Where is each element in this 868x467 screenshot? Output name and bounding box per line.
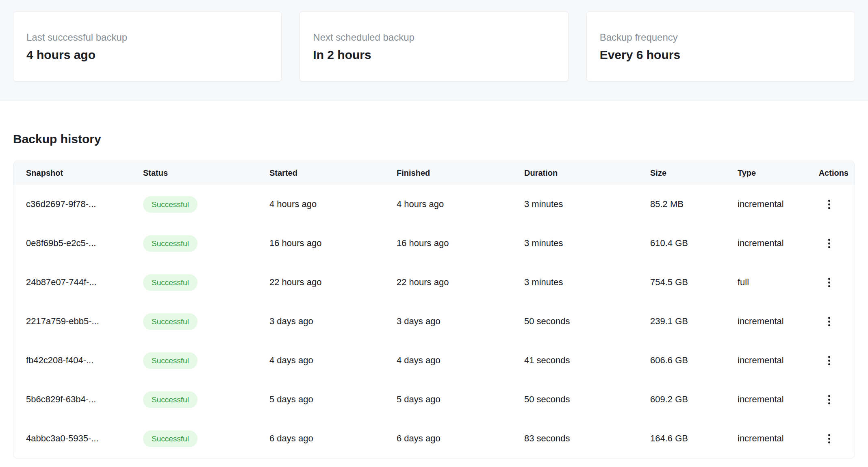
table-row: 0e8f69b5-e2c5-... Successful 16 hours ag… bbox=[13, 224, 855, 263]
table-row: fb42c208-f404-... Successful 4 days ago … bbox=[13, 341, 855, 380]
backup-summary-section: Last successful backup 4 hours ago Next … bbox=[0, 0, 868, 100]
stat-card-last-successful-backup: Last successful backup 4 hours ago bbox=[13, 11, 282, 82]
row-actions-button[interactable] bbox=[821, 196, 838, 212]
size-cell: 609.2 GB bbox=[650, 380, 738, 419]
table-row: c36d2697-9f78-... Successful 4 hours ago… bbox=[13, 185, 855, 224]
type-cell: incremental bbox=[738, 224, 804, 263]
status-badge: Successful bbox=[143, 274, 197, 291]
status-cell: Successful bbox=[143, 185, 269, 224]
status-badge: Successful bbox=[143, 235, 197, 252]
type-cell: full bbox=[738, 263, 804, 302]
backup-table-body: c36d2697-9f78-... Successful 4 hours ago… bbox=[13, 185, 855, 458]
duration-cell: 50 seconds bbox=[524, 302, 650, 341]
status-cell: Successful bbox=[143, 224, 269, 263]
duration-cell: 41 seconds bbox=[524, 341, 650, 380]
actions-cell bbox=[804, 263, 855, 302]
row-actions-button[interactable] bbox=[821, 235, 838, 251]
duration-cell: 83 seconds bbox=[524, 419, 650, 458]
actions-cell bbox=[804, 302, 855, 341]
snapshot-id-cell: 4abbc3a0-5935-... bbox=[13, 419, 143, 458]
row-actions-button[interactable] bbox=[821, 313, 838, 330]
column-header-snapshot: Snapshot bbox=[13, 161, 143, 185]
started-cell: 4 hours ago bbox=[269, 185, 397, 224]
status-badge: Successful bbox=[143, 196, 197, 213]
row-actions-button[interactable] bbox=[821, 274, 838, 290]
status-cell: Successful bbox=[143, 263, 269, 302]
duration-cell: 3 minutes bbox=[524, 263, 650, 302]
size-cell: 606.6 GB bbox=[650, 341, 738, 380]
snapshot-id-cell: fb42c208-f404-... bbox=[13, 341, 143, 380]
started-cell: 22 hours ago bbox=[269, 263, 397, 302]
column-header-size: Size bbox=[650, 161, 738, 185]
row-actions-button[interactable] bbox=[821, 430, 838, 447]
size-cell: 164.6 GB bbox=[650, 419, 738, 458]
column-header-duration: Duration bbox=[524, 161, 650, 185]
type-cell: incremental bbox=[738, 380, 804, 419]
type-cell: incremental bbox=[738, 185, 804, 224]
started-cell: 5 days ago bbox=[269, 380, 397, 419]
status-cell: Successful bbox=[143, 419, 269, 458]
started-cell: 3 days ago bbox=[269, 302, 397, 341]
table-header-row: Snapshot Status Started Finished Duratio… bbox=[13, 161, 855, 185]
started-cell: 4 days ago bbox=[269, 341, 397, 380]
type-cell: incremental bbox=[738, 341, 804, 380]
started-cell: 6 days ago bbox=[269, 419, 397, 458]
status-badge: Successful bbox=[143, 391, 197, 408]
actions-cell bbox=[804, 224, 855, 263]
status-cell: Successful bbox=[143, 341, 269, 380]
table-row: 5b6c829f-63b4-... Successful 5 days ago … bbox=[13, 380, 855, 419]
backup-history-section: Backup history Snapshot Status Started F… bbox=[0, 132, 868, 458]
column-header-type: Type bbox=[738, 161, 804, 185]
status-cell: Successful bbox=[143, 380, 269, 419]
snapshot-id-cell: 0e8f69b5-e2c5-... bbox=[13, 224, 143, 263]
stat-value: Every 6 hours bbox=[600, 48, 842, 62]
stat-label: Backup frequency bbox=[600, 31, 842, 44]
duration-cell: 3 minutes bbox=[524, 185, 650, 224]
status-badge: Successful bbox=[143, 430, 197, 447]
started-cell: 16 hours ago bbox=[269, 224, 397, 263]
finished-cell: 4 days ago bbox=[397, 341, 524, 380]
snapshot-id-cell: 5b6c829f-63b4-... bbox=[13, 380, 143, 419]
actions-cell bbox=[804, 380, 855, 419]
stat-label: Last successful backup bbox=[26, 31, 268, 44]
column-header-status: Status bbox=[143, 161, 269, 185]
snapshot-id-cell: c36d2697-9f78-... bbox=[13, 185, 143, 224]
stat-card-backup-frequency: Backup frequency Every 6 hours bbox=[586, 11, 855, 82]
finished-cell: 5 days ago bbox=[397, 380, 524, 419]
size-cell: 85.2 MB bbox=[650, 185, 738, 224]
status-cell: Successful bbox=[143, 302, 269, 341]
finished-cell: 3 days ago bbox=[397, 302, 524, 341]
size-cell: 754.5 GB bbox=[650, 263, 738, 302]
type-cell: incremental bbox=[738, 302, 804, 341]
row-actions-button[interactable] bbox=[821, 352, 838, 369]
backup-history-table: Snapshot Status Started Finished Duratio… bbox=[13, 161, 855, 458]
column-header-actions: Actions bbox=[804, 161, 855, 185]
stat-card-next-scheduled-backup: Next scheduled backup In 2 hours bbox=[299, 11, 568, 82]
duration-cell: 50 seconds bbox=[524, 380, 650, 419]
snapshot-id-cell: 24b87e07-744f-... bbox=[13, 263, 143, 302]
actions-cell bbox=[804, 185, 855, 224]
stat-label: Next scheduled backup bbox=[313, 31, 555, 44]
stat-value: In 2 hours bbox=[313, 48, 555, 62]
stat-value: 4 hours ago bbox=[26, 48, 268, 62]
column-header-started: Started bbox=[269, 161, 397, 185]
column-header-finished: Finished bbox=[397, 161, 524, 185]
status-badge: Successful bbox=[143, 313, 197, 330]
status-badge: Successful bbox=[143, 352, 197, 369]
row-actions-button[interactable] bbox=[821, 391, 838, 408]
finished-cell: 6 days ago bbox=[397, 419, 524, 458]
finished-cell: 16 hours ago bbox=[397, 224, 524, 263]
table-header: Snapshot Status Started Finished Duratio… bbox=[13, 161, 855, 185]
type-cell: incremental bbox=[738, 419, 804, 458]
size-cell: 610.4 GB bbox=[650, 224, 738, 263]
table-row: 2217a759-ebb5-... Successful 3 days ago … bbox=[13, 302, 855, 341]
actions-cell bbox=[804, 341, 855, 380]
duration-cell: 3 minutes bbox=[524, 224, 650, 263]
size-cell: 239.1 GB bbox=[650, 302, 738, 341]
actions-cell bbox=[804, 419, 855, 458]
backup-history-table-card: Snapshot Status Started Finished Duratio… bbox=[13, 161, 855, 458]
finished-cell: 22 hours ago bbox=[397, 263, 524, 302]
table-row: 4abbc3a0-5935-... Successful 6 days ago … bbox=[13, 419, 855, 458]
table-row: 24b87e07-744f-... Successful 22 hours ag… bbox=[13, 263, 855, 302]
finished-cell: 4 hours ago bbox=[397, 185, 524, 224]
